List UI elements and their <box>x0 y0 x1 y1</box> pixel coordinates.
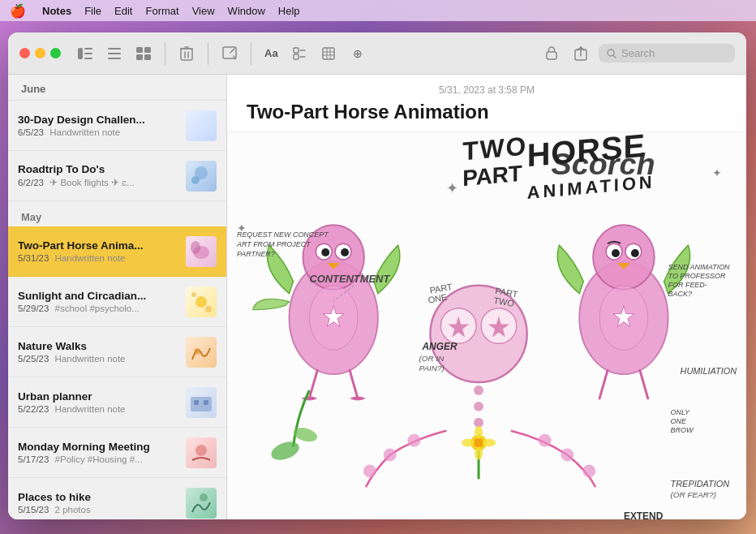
note-thumb-1 <box>186 110 217 141</box>
svg-point-71 <box>474 402 483 411</box>
svg-line-30 <box>614 55 616 58</box>
note-sub-4: #school #psycholo... <box>55 304 140 313</box>
sketch-area: TWO PART HORSE ANIMATION ✦ ✦ <box>227 132 746 519</box>
checklist-button[interactable] <box>288 42 311 65</box>
svg-rect-17 <box>294 48 299 53</box>
svg-rect-21 <box>323 48 334 59</box>
lock-button[interactable] <box>540 42 563 65</box>
svg-point-35 <box>195 296 207 308</box>
search-box[interactable] <box>599 44 735 62</box>
svg-text:PAIN?): PAIN?) <box>419 364 445 373</box>
month-header-may: May <box>8 201 226 226</box>
svg-point-94 <box>462 439 475 447</box>
note-item-text-3: Two-Part Horse Anima... 5/31/23 Handwrit… <box>18 239 178 263</box>
delete-button[interactable] <box>175 42 198 65</box>
note-meta-4: 5/29/23 #school #psycholo... <box>18 304 178 313</box>
svg-rect-3 <box>84 58 92 59</box>
note-title-4: Sunlight and Circadian... <box>18 290 178 302</box>
svg-point-95 <box>483 439 496 447</box>
format-button[interactable]: Aa <box>261 42 281 65</box>
svg-rect-7 <box>136 47 143 53</box>
note-sub-5: Handwritten note <box>55 354 126 364</box>
attachment-button[interactable]: ⊕ <box>346 42 369 65</box>
note-item-4[interactable]: Sunlight and Circadian... 5/29/23 #schoo… <box>8 277 226 327</box>
traffic-lights <box>19 48 61 58</box>
menubar: 🍎 Notes File Edit Format View Window Hel… <box>0 0 756 21</box>
minimize-button[interactable] <box>35 48 45 58</box>
menu-help[interactable]: Help <box>278 5 300 17</box>
close-button[interactable] <box>19 48 30 58</box>
scorch-label: Scorch <box>552 147 655 181</box>
svg-text:ART FROM PROJECT: ART FROM PROJECT <box>236 240 311 248</box>
note-item-1[interactable]: 30-Day Design Challen... 6/5/23 Handwrit… <box>8 101 226 151</box>
svg-text:TREPIDATION: TREPIDATION <box>671 479 730 489</box>
note-date-1: 6/5/23 <box>18 127 44 137</box>
svg-point-37 <box>205 306 212 312</box>
search-input[interactable] <box>621 47 727 59</box>
sidebar-toggle-button[interactable] <box>74 42 97 65</box>
apple-menu[interactable]: 🍎 <box>10 3 26 19</box>
note-thumb-6 <box>186 387 217 418</box>
svg-point-82 <box>631 249 639 257</box>
svg-point-92 <box>475 426 483 439</box>
note-item-5[interactable]: Nature Walks 5/25/23 Handwritten note <box>8 327 226 377</box>
svg-rect-19 <box>294 54 299 59</box>
svg-text:SEND ANIMATION: SEND ANIMATION <box>668 263 731 271</box>
note-date-6: 5/22/23 <box>18 404 49 414</box>
svg-text:BACK?: BACK? <box>668 290 692 298</box>
sketch-svg: TWO PART HORSE ANIMATION ✦ ✦ <box>227 132 746 519</box>
svg-point-100 <box>561 449 573 462</box>
note-item-text-2: Roadtrip To Do's 6/2/23 ✈ Book flights ✈… <box>18 163 178 188</box>
note-item-2[interactable]: Roadtrip To Do's 6/2/23 ✈ Book flights ✈… <box>8 151 226 201</box>
svg-text:FOR FEED-: FOR FEED- <box>668 281 707 289</box>
svg-text:ONE: ONE <box>671 417 687 425</box>
svg-point-43 <box>200 493 208 502</box>
svg-text:HUMILIATION: HUMILIATION <box>681 366 737 376</box>
share-button[interactable] <box>569 42 592 65</box>
menu-view[interactable]: View <box>192 5 215 17</box>
note-item-8[interactable]: Places to hike 5/15/23 2 photos <box>8 478 226 519</box>
note-item-6[interactable]: Urban planner 5/22/23 Handwritten note <box>8 377 226 428</box>
svg-rect-1 <box>84 48 92 50</box>
notes-window: Aa ⊕ <box>8 32 746 519</box>
svg-point-98 <box>363 464 376 477</box>
menu-edit[interactable]: Edit <box>114 5 132 17</box>
new-note-button[interactable] <box>218 42 241 65</box>
menu-notes[interactable]: Notes <box>42 5 71 17</box>
svg-text:PARTNER?: PARTNER? <box>237 250 275 258</box>
menu-format[interactable]: Format <box>145 5 178 17</box>
svg-text:✦: ✦ <box>712 166 722 179</box>
note-title-7: Monday Morning Meeting <box>18 441 178 453</box>
note-meta-3: 5/31/23 Handwritten note <box>18 253 178 263</box>
table-button[interactable] <box>317 42 340 65</box>
note-meta-5: 5/25/23 Handwritten note <box>18 354 178 364</box>
svg-rect-11 <box>181 49 192 60</box>
note-item-7[interactable]: Monday Morning Meeting 5/17/23 #Policy #… <box>8 428 226 478</box>
svg-rect-5 <box>108 53 121 54</box>
svg-text:(OR FEAR?): (OR FEAR?) <box>671 490 716 499</box>
svg-text:REQUEST NEW CONCEPT: REQUEST NEW CONCEPT <box>237 230 329 239</box>
svg-rect-2 <box>84 53 92 54</box>
note-title-6: Urban planner <box>18 390 178 403</box>
svg-rect-6 <box>108 58 121 59</box>
maximize-button[interactable] <box>50 48 61 58</box>
note-list-button[interactable] <box>103 42 126 65</box>
note-date-7: 5/17/23 <box>18 454 49 464</box>
note-meta-7: 5/17/23 #Policy #Housing #... <box>18 454 178 464</box>
svg-rect-4 <box>108 48 121 50</box>
toolbar-divider-3 <box>251 42 251 65</box>
menu-window[interactable]: Window <box>228 5 265 17</box>
note-title-8: Places to hike <box>18 491 178 503</box>
note-item-3[interactable]: Two-Part Horse Anima... 5/31/23 Handwrit… <box>8 226 226 277</box>
note-sub-6: Handwritten note <box>55 404 126 414</box>
gallery-button[interactable] <box>132 42 155 65</box>
svg-point-101 <box>582 464 595 477</box>
note-editor-title[interactable]: Two-Part Horse Animation <box>247 101 727 123</box>
menu-file[interactable]: File <box>84 5 101 17</box>
note-item-text-6: Urban planner 5/22/23 Handwritten note <box>18 390 178 414</box>
note-timestamp: 5/31, 2023 at 3:58 PM <box>247 84 727 96</box>
note-body[interactable]: TWO PART HORSE ANIMATION ✦ ✦ <box>227 132 746 519</box>
svg-point-42 <box>195 445 207 456</box>
svg-point-99 <box>539 434 552 447</box>
svg-point-78 <box>593 225 655 290</box>
